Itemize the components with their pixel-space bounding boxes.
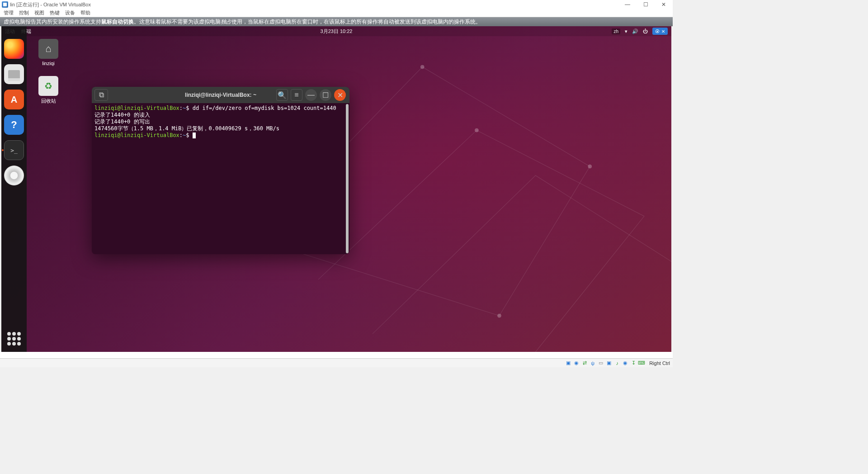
status-shared-folder-icon[interactable]: ▭: [598, 360, 604, 366]
guest-display: 活动 终端 3月23日 10:22 zh ▾ 🔊 ⏻ ⦿ ✕ linziqi 回…: [1, 26, 671, 352]
terminal-new-tab-button[interactable]: ⧉: [94, 89, 108, 101]
menu-help[interactable]: 帮助: [80, 9, 90, 16]
status-hdd-icon[interactable]: ▣: [565, 360, 571, 366]
a11y-icon: ⦿: [655, 29, 660, 34]
terminal-menu-button[interactable]: ≡: [291, 89, 302, 101]
status-keyboard-icon[interactable]: ⌨: [638, 360, 645, 366]
virtualbox-icon: [2, 1, 8, 8]
dock-disc[interactable]: [4, 166, 24, 185]
menu-view[interactable]: 视图: [34, 9, 44, 16]
virtualbox-menubar: 管理 控制 视图 热键 设备 帮助: [0, 9, 673, 17]
virtualbox-statusbar: ▣ ◉ ⇄ ψ ▭ ▣ ♪ ◉ ↧ ⌨ Right Ctrl: [0, 358, 673, 367]
menu-hotkeys[interactable]: 热键: [50, 9, 60, 16]
mouse-integration-banner: 虚拟电脑报告其内所安装的操作系统支持 鼠标自动切换 。这意味着鼠标不需要为该虚拟…: [0, 17, 673, 26]
svg-point-2: [588, 165, 592, 168]
terminal-close-button[interactable]: ✕: [334, 89, 346, 101]
bottom-gap: [0, 352, 673, 358]
a11y-close-icon: ✕: [661, 29, 665, 34]
banner-text-bold: 鼠标自动切换: [101, 18, 134, 26]
gnome-dock: [1, 26, 27, 352]
desktop-trash-label: 回收站: [32, 98, 65, 104]
status-audio-icon[interactable]: ♪: [614, 360, 620, 366]
menu-devices[interactable]: 设备: [65, 9, 75, 16]
status-mouse-integration-icon[interactable]: ↧: [630, 360, 637, 366]
status-optical-icon[interactable]: ◉: [573, 360, 580, 366]
desktop-home-label: linziqi: [32, 61, 65, 66]
terminal-minimize-button[interactable]: —: [305, 89, 317, 101]
virtualbox-titlebar: lin [正在运行] - Oracle VM VirtualBox — ☐ ✕: [0, 0, 673, 9]
terminal-body[interactable]: linziqi@linziqi-VirtualBox:~$ dd if=/dev…: [92, 103, 349, 254]
trash-icon: [38, 76, 58, 96]
dock-terminal[interactable]: [4, 140, 24, 160]
status-network-icon[interactable]: ⇄: [581, 360, 588, 366]
dock-help[interactable]: [4, 115, 24, 135]
terminal-cursor: [193, 133, 196, 138]
window-title: lin [正在运行] - Oracle VM VirtualBox: [10, 1, 91, 8]
terminal-window: ⧉ linziqi@linziqi-VirtualBox: ~ 🔍 ≡ — ☐ …: [92, 87, 349, 254]
status-usb-icon[interactable]: ψ: [590, 360, 596, 366]
gnome-top-bar: 活动 终端 3月23日 10:22 zh ▾ 🔊 ⏻ ⦿ ✕: [1, 26, 671, 36]
banner-text-mid: 。这意味着鼠标不需要为该虚拟电脑: [134, 18, 221, 26]
terminal-headerbar[interactable]: ⧉ linziqi@linziqi-VirtualBox: ~ 🔍 ≡ — ☐ …: [92, 87, 349, 103]
maximize-button[interactable]: ☐: [637, 0, 655, 9]
desktop-trash[interactable]: 回收站: [32, 76, 65, 104]
menu-manage[interactable]: 管理: [4, 9, 14, 16]
status-recording-icon[interactable]: ◉: [622, 360, 628, 366]
banner-text-post: 使用，当鼠标在虚拟电脑所在窗口时，在该鼠标上的所有操作将自动被发送到该虚拟电脑内…: [231, 18, 481, 26]
banner-text-italic: 独占: [221, 18, 231, 26]
clock-label[interactable]: 3月23日 10:22: [321, 28, 353, 35]
terminal-output-line: 记录了1440+0 的读入: [94, 112, 347, 118]
terminal-command: dd if=/dev/zero of=mydisk bs=1024 count=…: [193, 105, 336, 111]
window-controls: — ☐ ✕: [618, 0, 673, 9]
accessibility-indicator[interactable]: ⦿ ✕: [652, 28, 668, 35]
svg-point-1: [420, 65, 424, 69]
show-applications-button[interactable]: [7, 332, 21, 346]
volume-icon[interactable]: 🔊: [632, 28, 638, 34]
terminal-search-button[interactable]: 🔍: [276, 89, 288, 101]
status-display-icon[interactable]: ▣: [606, 360, 612, 366]
svg-point-4: [475, 128, 478, 132]
dock-software[interactable]: [4, 90, 24, 109]
terminal-maximize-button[interactable]: ☐: [320, 89, 331, 101]
host-key-indicator[interactable]: Right Ctrl: [649, 360, 670, 366]
input-method-indicator[interactable]: zh: [612, 28, 620, 34]
svg-point-3: [497, 314, 501, 318]
banner-text-pre: 虚拟电脑报告其内所安装的操作系统支持: [4, 18, 101, 26]
dock-files[interactable]: [4, 64, 24, 84]
terminal-line: linziqi@linziqi-VirtualBox:~$ dd if=/dev…: [94, 105, 347, 112]
terminal-scrollbar[interactable]: [346, 104, 349, 253]
menu-control[interactable]: 控制: [19, 9, 29, 16]
terminal-output-line: 记录了1440+0 的写出: [94, 118, 347, 125]
home-folder-icon: [38, 39, 58, 59]
minimize-button[interactable]: —: [618, 0, 637, 9]
terminal-title: linziqi@linziqi-VirtualBox: ~: [185, 92, 256, 98]
desktop-home-folder[interactable]: linziqi: [32, 39, 65, 66]
power-icon[interactable]: ⏻: [643, 28, 648, 34]
terminal-output-line: 1474560字节（1.5 MB，1.4 MiB）已复制，0.00409629 …: [94, 125, 347, 132]
close-button[interactable]: ✕: [655, 0, 673, 9]
terminal-line: linziqi@linziqi-VirtualBox:~$: [94, 132, 347, 139]
network-icon[interactable]: ▾: [625, 28, 627, 34]
dock-firefox[interactable]: [4, 39, 24, 59]
